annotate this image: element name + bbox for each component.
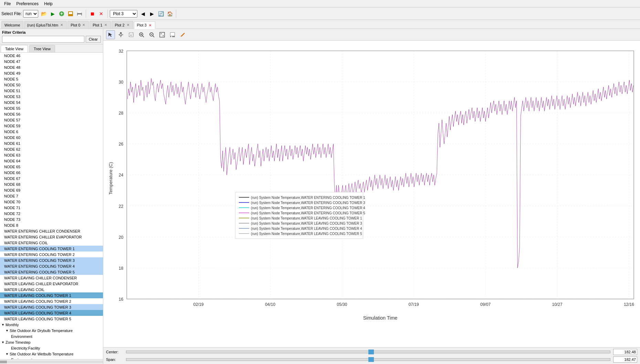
list-item[interactable]: NODE 60	[0, 135, 103, 140]
list-item[interactable]: NODE 57	[0, 117, 103, 123]
list-item[interactable]: WATER ENTERING COOLING TOWER 2	[0, 251, 103, 257]
filter-clear-btn[interactable]: Clear	[86, 36, 101, 43]
pan-btn[interactable]	[116, 30, 125, 39]
span-slider-thumb[interactable]	[368, 357, 374, 362]
list-item[interactable]: NODE 59	[0, 123, 103, 129]
list-item-wlct4[interactable]: WATER LEAVING COOLING TOWER 4	[0, 310, 103, 316]
list-item-wlct3[interactable]: WATER LEAVING COOLING TOWER 3	[0, 304, 103, 310]
tab-plot3-close[interactable]: ✕	[148, 23, 152, 27]
tab-welcome[interactable]: Welcome	[1, 21, 23, 29]
left-horizontal-scrollbar[interactable]	[0, 359, 103, 364]
list-item[interactable]: NODE 65	[0, 164, 103, 170]
list-item[interactable]: NODE 46	[0, 53, 103, 58]
zoom-fit-btn[interactable]	[158, 30, 167, 39]
tab-plot3[interactable]: Plot 3 ✕	[134, 21, 155, 29]
menu-help[interactable]: Help	[41, 1, 55, 7]
menu-file[interactable]: File	[1, 1, 13, 7]
list-item[interactable]: WATER LEAVING COOLING TOWER 5	[0, 316, 103, 322]
list-item[interactable]: NODE 63	[0, 152, 103, 158]
list-item-wect3[interactable]: WATER ENTERING COOLING TOWER 3	[0, 257, 103, 263]
list-item[interactable]: NODE 51	[0, 88, 103, 94]
open-btn[interactable]: 📂	[40, 10, 48, 18]
tab-plot1[interactable]: Plot 1 ✕	[90, 21, 111, 29]
list-item[interactable]: NODE 66	[0, 170, 103, 175]
center-slider-thumb[interactable]	[368, 350, 374, 354]
arrow-select-btn[interactable]	[106, 30, 115, 39]
zoom-in-btn[interactable]	[137, 30, 146, 39]
list-item[interactable]: NODE 67	[0, 175, 103, 181]
tab-plot0[interactable]: Plot 0 ✕	[67, 21, 89, 29]
list-item[interactable]: NODE 47	[0, 58, 103, 64]
list-item[interactable]: NODE 54	[0, 99, 103, 105]
nav-fwd-btn[interactable]: ▶	[148, 10, 156, 18]
tree-electricity[interactable]: Electricity:Facility	[0, 345, 103, 351]
tab-eplus-close[interactable]: ✕	[60, 23, 64, 27]
list-item-wect5[interactable]: WATER ENTERING COOLING TOWER 5	[0, 269, 103, 275]
list-item[interactable]: WATER ENTERING CHILLER EVAPORATOR	[0, 234, 103, 240]
run-btn[interactable]: ▶	[49, 10, 57, 18]
tree-environment2[interactable]: Environment	[0, 357, 103, 359]
list-item[interactable]: NODE 69	[0, 187, 103, 193]
list-item[interactable]: NODE 7	[0, 193, 103, 199]
tab-eplus[interactable]: (run) EplusTbl.htm ✕	[24, 21, 67, 29]
menu-preferences[interactable]: Preferences	[13, 1, 41, 7]
list-item[interactable]: NODE 68	[0, 181, 103, 187]
plot-select[interactable]: Plot 3 Plot 0 Plot 1 Plot 2	[110, 10, 137, 18]
tree-environment1[interactable]: Environment	[0, 333, 103, 339]
home-btn[interactable]: 🏠	[166, 10, 174, 18]
save-image-btn[interactable]	[168, 30, 177, 39]
load-btn[interactable]	[57, 10, 66, 18]
tree-zone-timestep[interactable]: ▼ Zone Timestep	[0, 339, 103, 345]
list-item[interactable]: NODE 62	[0, 146, 103, 152]
table-view-tab[interactable]: Table View	[1, 45, 28, 52]
tree-view-tab[interactable]: Tree View	[29, 45, 55, 52]
list-item-wect1[interactable]: WATER ENTERING COOLING TOWER 1	[0, 246, 103, 251]
list-item[interactable]: NODE 8	[0, 222, 103, 228]
file-select[interactable]: run	[23, 10, 38, 18]
tab-plot2[interactable]: Plot 2 ✕	[112, 21, 133, 29]
edit-btn[interactable]	[178, 30, 187, 39]
list-item[interactable]: WATER LEAVING COOLING TOWER 2	[0, 298, 103, 304]
list-item[interactable]: WATER LEAVING COIL	[0, 287, 103, 292]
tab-plot0-close[interactable]: ✕	[82, 23, 86, 27]
tab-plot1-close[interactable]: ✕	[104, 23, 108, 27]
list-item[interactable]: WATER LEAVING CHILLER CONDENSER	[0, 275, 103, 281]
tab-plot2-close[interactable]: ✕	[126, 23, 130, 27]
list-item[interactable]: NODE 72	[0, 211, 103, 216]
list-item[interactable]: NODE 70	[0, 199, 103, 205]
cancel-btn[interactable]: ✕	[97, 10, 105, 18]
center-slider[interactable]	[126, 351, 610, 353]
list-item[interactable]: NODE 73	[0, 216, 103, 222]
span-slider[interactable]	[126, 358, 610, 361]
center-input[interactable]: 182.48	[613, 349, 637, 355]
save-btn[interactable]	[66, 10, 75, 18]
list-item[interactable]: NODE 53	[0, 94, 103, 99]
list-item[interactable]: WATER ENTERING COIL	[0, 240, 103, 246]
list-item[interactable]: NODE 5	[0, 76, 103, 82]
chart-svg[interactable]: 32 30 28 26 24 22 20 18 16 02/19 04/10 0…	[106, 43, 637, 344]
filter-input[interactable]	[2, 36, 84, 43]
tree-wetbulb[interactable]: ▼ Site Outdoor Air Wetbulb Temperature	[0, 351, 103, 357]
list-item[interactable]: NODE 61	[0, 140, 103, 146]
list-item[interactable]: WATER LEAVING CHILLER EVAPORATOR	[0, 281, 103, 287]
list-item[interactable]: NODE 71	[0, 205, 103, 211]
print-btn[interactable]	[75, 10, 84, 18]
list-item[interactable]: WATER ENTERING CHILLER CONDENSER	[0, 228, 103, 234]
stop-btn[interactable]: ⏹	[88, 10, 96, 18]
zoom-rect-btn[interactable]: +	[127, 30, 136, 39]
refresh-btn[interactable]: 🔄	[157, 10, 165, 18]
zoom-out-btn[interactable]	[147, 30, 156, 39]
list-item[interactable]: NODE 55	[0, 105, 103, 111]
list-item-wect4[interactable]: WATER ENTERING COOLING TOWER 4	[0, 263, 103, 269]
list-item[interactable]: NODE 50	[0, 82, 103, 88]
nav-back-btn[interactable]: ◀	[139, 10, 147, 18]
tree-site-outdoor[interactable]: ▼ Site Outdoor Air Drybulb Temperature	[0, 328, 103, 333]
list-item[interactable]: NODE 56	[0, 111, 103, 117]
list-item[interactable]: NODE 49	[0, 70, 103, 76]
list-item[interactable]: NODE 48	[0, 64, 103, 70]
span-input[interactable]: 182.47	[613, 356, 637, 363]
list-item[interactable]: NODE 6	[0, 129, 103, 135]
list-item[interactable]: NODE 64	[0, 158, 103, 164]
tree-monthly[interactable]: ▼ Monthly	[0, 322, 103, 328]
list-item-wlct1[interactable]: WATER LEAVING COOLING TOWER 1	[0, 292, 103, 298]
